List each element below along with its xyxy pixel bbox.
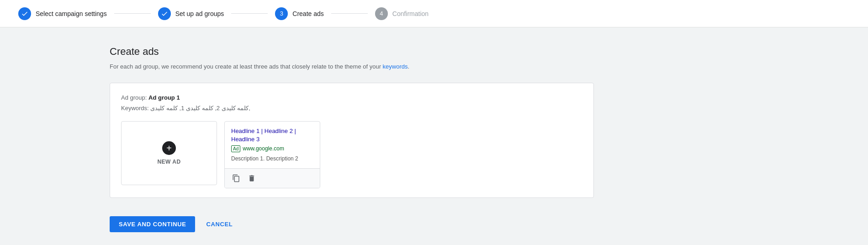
keywords-value: کلمه کلیدی 2, کلمه کلیدی 1, کلمه کلیدی,: [150, 105, 250, 112]
new-ad-icon: +: [162, 141, 176, 155]
ad-description: Description 1. Description 2: [231, 155, 313, 163]
ad-group-label: Ad group:: [121, 94, 147, 101]
delete-ad-button[interactable]: [246, 172, 258, 184]
copy-icon: [232, 174, 240, 182]
ad-url-row: Ad www.google.com: [231, 145, 313, 152]
step-select-campaign[interactable]: Select campaign settings: [18, 7, 107, 20]
connector-1: [114, 13, 151, 14]
keywords-row: Keywords: کلمه کلیدی 2, کلمه کلیدی 1, کل…: [121, 103, 582, 113]
step-3-circle: 3: [275, 7, 288, 20]
step-confirmation: 4 Confirmation: [375, 7, 429, 20]
ad-group-name-row: Ad group: Ad group 1: [121, 92, 582, 103]
ad-group-card: Ad group: Ad group 1 Keywords: کلمه کلید…: [110, 83, 594, 198]
step-2-circle: [158, 7, 171, 20]
stepper-header: Select campaign settings Set up ad group…: [0, 0, 868, 27]
bottom-actions: SAVE AND CONTINUE CANCEL: [110, 216, 868, 232]
subtitle-text-1: For each ad group, we recommend you crea…: [110, 63, 383, 70]
connector-3: [331, 13, 368, 14]
connector-2: [231, 13, 268, 14]
ad-tiles-container: + NEW AD Headline 1 | Headline 2 | Headl…: [121, 121, 582, 188]
ad-preview-card: Headline 1 | Headline 2 | Headline 3 Ad …: [224, 121, 320, 188]
new-ad-tile[interactable]: + NEW AD: [121, 121, 217, 185]
subtitle-highlight: keywords: [383, 63, 408, 70]
step-4-circle: 4: [375, 7, 388, 20]
main-content: Create ads For each ad group, we recomme…: [0, 27, 868, 245]
step-1-label: Select campaign settings: [36, 10, 107, 17]
page-title: Create ads: [110, 46, 868, 58]
save-continue-button[interactable]: SAVE AND CONTINUE: [110, 216, 195, 232]
ad-badge: Ad: [231, 145, 240, 152]
ad-card-content: Headline 1 | Headline 2 | Headline 3 Ad …: [225, 122, 320, 168]
new-ad-label: NEW AD: [157, 159, 180, 165]
copy-ad-button[interactable]: [230, 172, 242, 184]
ad-group-name: Ad group 1: [148, 94, 180, 101]
step-3-label: Create ads: [292, 10, 323, 17]
step-setup-adgroups[interactable]: Set up ad groups: [158, 7, 224, 20]
page-subtitle: For each ad group, we recommend you crea…: [110, 62, 868, 72]
subtitle-text-2: .: [408, 63, 410, 70]
step-2-label: Set up ad groups: [175, 10, 224, 17]
step-create-ads[interactable]: 3 Create ads: [275, 7, 323, 20]
step-1-circle: [18, 7, 31, 20]
delete-icon: [248, 174, 256, 182]
ad-card-actions: [225, 168, 320, 188]
keywords-label: Keywords:: [121, 105, 149, 112]
ad-headline: Headline 1 | Headline 2 | Headline 3: [231, 127, 313, 144]
cancel-button[interactable]: CANCEL: [202, 216, 236, 232]
ad-url: www.google.com: [243, 145, 284, 152]
step-4-label: Confirmation: [392, 10, 429, 17]
ad-group-info: Ad group: Ad group 1 Keywords: کلمه کلید…: [121, 92, 582, 114]
